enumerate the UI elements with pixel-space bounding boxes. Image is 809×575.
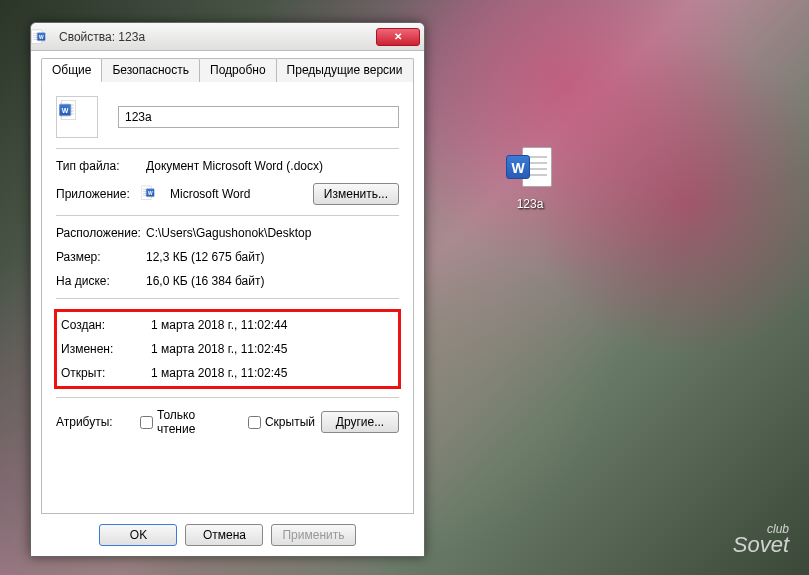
accessed-value: 1 марта 2018 г., 11:02:45 [151,366,394,380]
tab-previous-versions[interactable]: Предыдущие версии [276,58,414,82]
tab-details[interactable]: Подробно [199,58,277,82]
hidden-checkbox[interactable] [248,416,261,429]
tab-general[interactable]: Общие [41,58,102,82]
ok-button[interactable]: OK [99,524,177,546]
readonly-checkbox-label[interactable]: Только чтение [140,408,224,436]
modified-label: Изменен: [61,342,151,356]
application-value: Microsoft Word [170,187,313,201]
hidden-checkbox-label[interactable]: Скрытый [248,415,315,429]
other-attributes-button[interactable]: Другие... [321,411,399,433]
separator [56,397,399,398]
cancel-button[interactable]: Отмена [185,524,263,546]
separator [56,215,399,216]
titlebar-icon: W [37,29,53,45]
close-button[interactable] [376,28,420,46]
window-title: Свойства: 123a [59,30,376,44]
word-app-icon: W [146,185,164,203]
size-label: Размер: [56,250,146,264]
location-label: Расположение: [56,226,146,240]
titlebar[interactable]: W Свойства: 123a [31,23,424,51]
attributes-label: Атрибуты: [56,415,134,429]
desktop-icon-label: 123a [490,197,570,211]
properties-dialog: W Свойства: 123a Общие Безопасность Подр… [30,22,425,557]
size-value: 12,3 КБ (12 675 байт) [146,250,399,264]
watermark: club Sovet [733,524,789,555]
disk-size-label: На диске: [56,274,146,288]
application-label: Приложение: [56,187,146,201]
location-value: C:\Users\Gagushonok\Desktop [146,226,399,240]
modified-value: 1 марта 2018 г., 11:02:45 [151,342,394,356]
file-icon-large: W [56,96,98,138]
created-value: 1 марта 2018 г., 11:02:44 [151,318,394,332]
word-document-icon: W [506,145,554,193]
created-label: Создан: [61,318,151,332]
filetype-label: Тип файла: [56,159,146,173]
change-app-button[interactable]: Изменить... [313,183,399,205]
dialog-button-row: OK Отмена Применить [41,514,414,546]
desktop-file-icon[interactable]: W 123a [490,145,570,211]
accessed-label: Открыт: [61,366,151,380]
tab-strip: Общие Безопасность Подробно Предыдущие в… [41,57,414,82]
filetype-value: Документ Microsoft Word (.docx) [146,159,399,173]
filename-input[interactable] [118,106,399,128]
separator [56,298,399,299]
readonly-checkbox[interactable] [140,416,153,429]
general-pane: W Тип файла: Документ Microsoft Word (.d… [41,82,414,514]
dates-highlight: Создан: 1 марта 2018 г., 11:02:44 Измене… [54,309,401,389]
separator [56,148,399,149]
tab-security[interactable]: Безопасность [101,58,200,82]
apply-button[interactable]: Применить [271,524,355,546]
disk-size-value: 16,0 КБ (16 384 байт) [146,274,399,288]
